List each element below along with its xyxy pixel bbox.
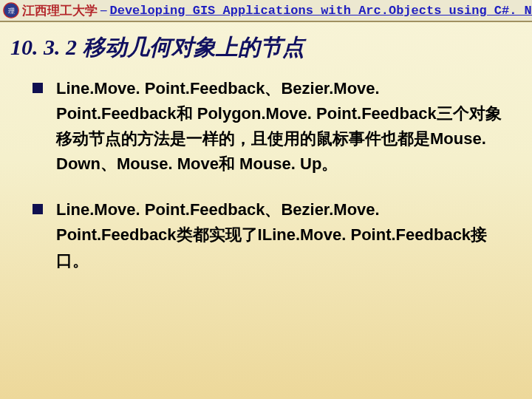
list-item: Line.Move. Point.Feedback、Bezier.Move. P… [30,76,502,177]
list-item: Line.Move. Point.Feedback、Bezier.Move. P… [30,197,502,273]
header-subtitle: Developing GIS Applications with Arc.Obj… [110,4,533,18]
header-dash: – [100,3,107,18]
title-text: 移动几何对象上的节点 [83,35,304,59]
bullet-list: Line.Move. Point.Feedback、Bezier.Move. P… [30,76,502,273]
university-logo-icon: 理 [3,2,19,18]
header-org: 江西理工大学 [22,2,98,19]
slide-title: 10. 3. 2移动几何对象上的节点 [0,22,532,69]
title-number: 10. 3. 2 [10,35,77,59]
svg-text:理: 理 [8,7,15,15]
header-bar: 理 江西理工大学 – Developing GIS Applications w… [0,0,532,22]
slide-content: Line.Move. Point.Feedback、Bezier.Move. P… [0,69,532,273]
